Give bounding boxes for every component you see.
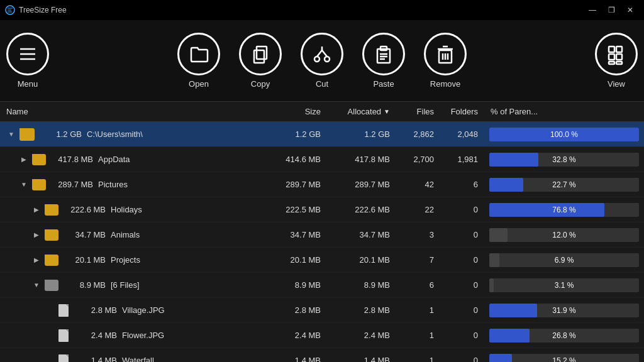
remove-label: Remove — [430, 79, 460, 89]
size-cell: 1.2 GB — [270, 129, 327, 139]
percent-label: 76.8 % — [552, 206, 575, 214]
percent-bar-bg: 3.1 % — [489, 278, 639, 292]
expand-button[interactable] — [31, 280, 42, 290]
percent-cell: 100.0 % — [484, 128, 644, 141]
paste-button[interactable]: Paste — [362, 33, 405, 89]
node-name: AppData — [98, 155, 130, 164]
table-row[interactable]: 34.7 MBAnimals34.7 MB34.7 MB3012.0 % — [0, 222, 644, 248]
percent-bar-fill — [489, 278, 494, 292]
allocated-cell: 8.9 MB — [327, 280, 396, 290]
column-header: Name Size Allocated ▼ Files Folders % of… — [0, 102, 644, 122]
toolbar: Menu Open Copy — [0, 20, 644, 102]
table-row[interactable]: 1.2 GBC:\Users\smith\1.2 GB1.2 GB2,8622,… — [0, 122, 644, 147]
table-row[interactable]: 20.1 MBProjects20.1 MB20.1 MB706.9 % — [0, 248, 644, 273]
allocated-cell: 289.7 MB — [327, 180, 396, 189]
table-row[interactable]: 289.7 MBPictures289.7 MB289.7 MB42622.7 … — [0, 172, 644, 197]
titlebar-controls: — ❐ ✕ — [584, 3, 639, 17]
svg-line-9 — [322, 50, 327, 57]
percent-cell: 3.1 % — [484, 278, 644, 292]
percent-label: 32.8 % — [552, 155, 575, 164]
node-name: [6 Files] — [111, 280, 140, 290]
percent-bar-bg: 100.0 % — [489, 128, 639, 141]
allocated-cell: 1.4 MB — [327, 356, 396, 362]
file-tree: 1.2 GBC:\Users\smith\1.2 GB1.2 GB2,8622,… — [0, 122, 644, 362]
folder-icon — [32, 154, 46, 165]
close-button[interactable]: ✕ — [621, 3, 639, 17]
percent-label: 15.2 % — [552, 356, 575, 363]
size-cell: 2.8 MB — [270, 305, 327, 315]
view-button[interactable]: View — [595, 33, 638, 89]
copy-icon — [239, 33, 282, 75]
expand-button[interactable] — [31, 255, 42, 265]
folder-icon — [45, 280, 58, 291]
allocated-cell: 417.8 MB — [327, 155, 396, 164]
open-button[interactable]: Open — [177, 33, 220, 89]
app-icon — [5, 5, 15, 15]
table-row[interactable]: 1.4 MBWaterfall...1.4 MB1.4 MB1015.2 % — [0, 348, 644, 362]
folders-cell: 0 — [440, 255, 484, 265]
name-cell: 2.8 MBVillage.JPG — [0, 304, 270, 317]
name-cell: 2.4 MBFlower.JPG — [0, 329, 270, 342]
restore-button[interactable]: ❐ — [602, 3, 620, 17]
paste-label: Paste — [373, 79, 394, 89]
files-cell: 7 — [396, 255, 440, 265]
remove-button[interactable]: Remove — [424, 33, 467, 89]
percent-bar-bg: 26.8 % — [489, 329, 639, 343]
percent-bar-bg: 15.2 % — [489, 354, 639, 363]
name-cell: 289.7 MBPictures — [0, 179, 270, 190]
open-label: Open — [189, 79, 209, 89]
percent-cell: 76.8 % — [484, 203, 644, 217]
table-row[interactable]: 222.6 MBHolidays222.5 MB222.6 MB22076.8 … — [0, 197, 644, 222]
percent-bar-bg: 32.8 % — [489, 153, 639, 167]
percent-bar-fill — [489, 253, 499, 267]
table-row[interactable]: 417.8 MBAppData414.6 MB417.8 MB2,7001,98… — [0, 147, 644, 172]
inline-size: 8.9 MB — [62, 280, 106, 290]
inline-size: 20.1 MB — [62, 255, 106, 265]
node-name: Village.JPG — [122, 305, 165, 315]
svg-rect-23 — [616, 47, 622, 52]
svg-rect-5 — [257, 47, 267, 59]
col-files-header[interactable]: Files — [396, 107, 440, 116]
inline-size: 2.8 MB — [73, 305, 117, 315]
table-row[interactable]: 2.8 MBVillage.JPG2.8 MB2.8 MB1031.9 % — [0, 298, 644, 323]
expand-button[interactable] — [6, 129, 16, 140]
files-cell: 2,700 — [396, 155, 440, 164]
col-size-header[interactable]: Size — [270, 107, 327, 116]
files-cell: 22 — [396, 205, 440, 214]
col-folders-header[interactable]: Folders — [440, 107, 484, 116]
percent-label: 6.9 % — [555, 256, 574, 265]
files-cell: 6 — [396, 280, 440, 290]
col-percent-header[interactable]: % of Paren... — [484, 107, 644, 116]
allocated-cell: 34.7 MB — [327, 230, 396, 239]
expand-button[interactable] — [19, 155, 29, 165]
col-name-header[interactable]: Name — [0, 107, 270, 116]
expand-button[interactable] — [31, 230, 42, 240]
percent-cell: 15.2 % — [484, 354, 644, 363]
menu-button[interactable]: Menu — [6, 33, 49, 89]
percent-label: 100.0 % — [550, 130, 578, 139]
expand-button[interactable] — [31, 205, 42, 215]
minimize-button[interactable]: — — [584, 3, 601, 17]
files-cell: 1 — [396, 356, 440, 362]
percent-bar-fill — [489, 228, 508, 242]
table-row[interactable]: 2.4 MBFlower.JPG2.4 MB2.4 MB1026.8 % — [0, 323, 644, 348]
inline-size: 1.2 GB — [38, 129, 82, 139]
inline-size: 1.4 MB — [73, 356, 117, 362]
files-cell: 3 — [396, 230, 440, 239]
folders-cell: 1,981 — [440, 155, 484, 164]
size-cell: 289.7 MB — [270, 180, 327, 189]
files-cell: 2,862 — [396, 129, 440, 139]
percent-bar-bg: 76.8 % — [489, 203, 639, 217]
table-row[interactable]: 8.9 MB[6 Files]8.9 MB8.9 MB603.1 % — [0, 273, 644, 298]
node-name: Holidays — [111, 205, 142, 214]
expand-button[interactable] — [19, 180, 29, 190]
menu-icon — [6, 33, 49, 75]
col-allocated-header[interactable]: Allocated ▼ — [327, 107, 396, 116]
cut-button[interactable]: Cut — [301, 33, 343, 89]
file-icon — [58, 304, 69, 317]
folder-icon — [45, 204, 58, 216]
copy-button[interactable]: Copy — [239, 33, 282, 89]
percent-bar-fill — [489, 153, 538, 167]
inline-size: 289.7 MB — [49, 180, 93, 189]
cut-icon — [301, 33, 343, 75]
